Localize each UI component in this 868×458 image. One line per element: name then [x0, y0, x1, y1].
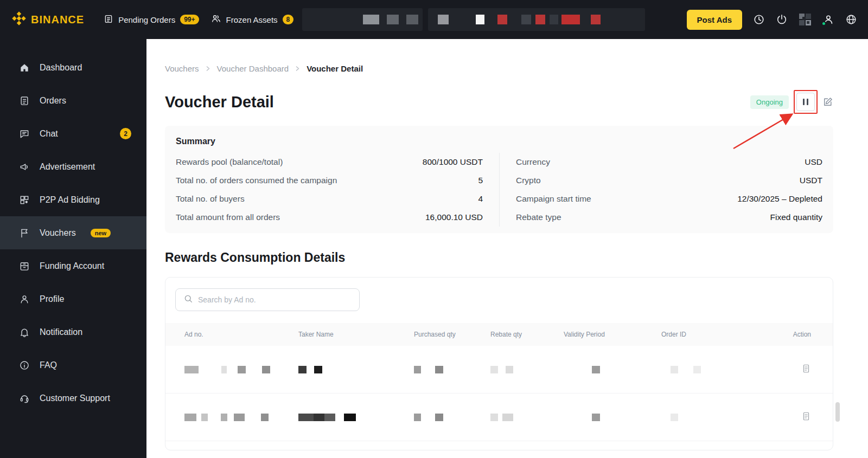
pause-campaign-button[interactable] — [796, 93, 815, 111]
edit-pencil-icon — [822, 96, 833, 107]
sidebar-item-label: Orders — [40, 96, 66, 106]
pending-orders-label: Pending Orders — [118, 15, 175, 24]
sidebar-item-profile[interactable]: Profile — [0, 282, 146, 315]
sidebar-item-p2p-ad-bidding[interactable]: P2P Ad Bidding — [0, 183, 146, 216]
summary-label: Campaign start time — [516, 194, 591, 204]
sidebar-item-faq[interactable]: FAQ — [0, 349, 146, 382]
table-row — [165, 394, 833, 441]
sidebar-item-label: Profile — [40, 294, 64, 304]
col-header-validity-period: Validity Period — [564, 331, 661, 338]
vouchers-new-badge: new — [91, 229, 111, 237]
pending-orders-badge: 99+ — [180, 15, 199, 24]
frozen-assets-badge: 8 — [283, 15, 294, 24]
sidebar-item-dashboard[interactable]: Dashboard — [0, 51, 146, 84]
cell-ad-no-redacted — [184, 366, 298, 373]
ad-search-box[interactable] — [175, 288, 360, 311]
cell-rebate-qty-redacted — [490, 414, 564, 421]
summary-value: 5 — [478, 176, 483, 185]
sidebar-item-customer-support[interactable]: Customer Support — [0, 382, 146, 415]
sidebar-item-label: Customer Support — [40, 394, 110, 403]
chevron-right-icon — [295, 66, 301, 72]
voucher-flag-icon — [18, 228, 30, 238]
table-header-row: Ad no. Taker Name Purchased qty Rebate q… — [165, 323, 833, 346]
rewards-section-title: Rewards Consumption Details — [165, 250, 833, 265]
sidebar-item-label: Notification — [40, 327, 82, 337]
globe-language-icon[interactable] — [845, 14, 857, 25]
cell-order-id-redacted — [661, 414, 764, 421]
summary-row-orders-consumed: Total no. of orders consumed the campaig… — [176, 171, 483, 190]
cell-ad-no-redacted — [184, 414, 298, 421]
topbar: BINANCE Pending Orders 99+ Frozen Assets… — [0, 0, 868, 39]
summary-value: Fixed quantity — [770, 212, 823, 222]
cell-taker-name-redacted — [298, 366, 414, 373]
sidebar-item-advertisement[interactable]: Advertisement — [0, 150, 146, 183]
order-detail-icon[interactable] — [801, 364, 811, 376]
col-header-rebate-qty: Rebate qty — [490, 331, 564, 338]
power-logout-icon[interactable] — [776, 14, 788, 25]
summary-row-rewards-pool: Rewards pool (balance/total) 800/1000 US… — [176, 153, 483, 171]
megaphone-icon — [18, 162, 30, 172]
sidebar-item-chat[interactable]: Chat 2 — [0, 117, 146, 150]
sidebar-item-label: P2P Ad Bidding — [40, 195, 100, 205]
search-input[interactable] — [198, 295, 352, 304]
profile-status-icon[interactable] — [822, 14, 834, 25]
sidebar-item-vouchers[interactable]: Vouchers new — [0, 216, 146, 249]
person-icon — [18, 294, 30, 305]
headset-icon — [18, 393, 30, 404]
summary-title: Summary — [176, 137, 822, 146]
summary-label: Currency — [516, 157, 550, 167]
col-header-purchased-qty: Purchased qty — [414, 331, 490, 338]
home-icon — [18, 62, 30, 73]
brand-name: BINANCE — [31, 14, 84, 26]
sidebar-item-label: Advertisement — [40, 162, 95, 172]
sidebar-item-orders[interactable]: Orders — [0, 84, 146, 117]
binance-logo[interactable]: BINANCE — [12, 11, 84, 28]
summary-value: 16,000.10 USD — [425, 212, 483, 222]
orders-icon — [18, 95, 30, 106]
redacted-avatar-icon[interactable] — [799, 13, 812, 26]
pending-orders-nav[interactable]: Pending Orders 99+ — [104, 14, 199, 25]
scrollbar-thumb[interactable] — [835, 402, 840, 422]
funding-safe-icon — [18, 261, 30, 272]
summary-card: Summary Rewards pool (balance/total) 800… — [165, 126, 833, 233]
sidebar-item-notification[interactable]: Notification — [0, 315, 146, 349]
sidebar: Dashboard Orders Chat 2 Advertisement P2… — [0, 39, 146, 458]
order-detail-icon[interactable] — [801, 411, 811, 423]
redacted-topbar-area-2 — [428, 8, 645, 31]
summary-value: 800/1000 USDT — [423, 157, 483, 167]
frozen-assets-icon — [211, 14, 221, 25]
col-header-order-id: Order ID — [661, 331, 764, 338]
breadcrumb-voucher-detail: Voucher Detail — [307, 64, 363, 73]
page-title: Voucher Detail — [165, 93, 274, 111]
frozen-assets-nav[interactable]: Frozen Assets 8 — [211, 14, 294, 25]
sidebar-item-label: Funding Account — [40, 261, 104, 271]
history-clock-icon[interactable] — [753, 14, 765, 25]
summary-row-total-buyers: Total no. of buyers 4 — [176, 190, 483, 208]
summary-row-campaign-start: Campaign start time 12/30/2025 – Deplete… — [516, 190, 822, 208]
sidebar-item-label: Chat — [40, 129, 58, 139]
cell-order-id-redacted — [661, 366, 764, 373]
col-header-taker-name: Taker Name — [298, 331, 414, 338]
summary-label: Total no. of buyers — [176, 194, 245, 204]
breadcrumb-voucher-dashboard[interactable]: Voucher Dashboard — [217, 64, 289, 73]
cell-validity-redacted — [564, 366, 661, 373]
breadcrumb-vouchers[interactable]: Vouchers — [165, 64, 199, 73]
summary-label: Rebate type — [516, 212, 561, 222]
post-ads-button[interactable]: Post Ads — [687, 10, 742, 30]
summary-row-currency: Currency USD — [516, 153, 822, 171]
search-icon — [183, 294, 193, 306]
online-status-dot — [821, 21, 826, 26]
cell-taker-name-redacted — [298, 414, 414, 421]
summary-label: Total no. of orders consumed the campaig… — [176, 176, 337, 185]
sidebar-item-funding-account[interactable]: Funding Account — [0, 249, 146, 282]
cell-purchased-qty-redacted — [414, 414, 490, 421]
summary-value: USD — [805, 157, 822, 167]
bidding-grid-icon — [18, 195, 30, 205]
table-row — [165, 346, 833, 394]
faq-info-icon — [18, 360, 30, 371]
edit-campaign-button[interactable] — [822, 96, 833, 107]
summary-row-total-amount: Total amount from all orders 16,000.10 U… — [176, 208, 483, 227]
chat-icon — [18, 128, 30, 139]
chevron-right-icon — [205, 66, 211, 72]
sidebar-item-label: Dashboard — [40, 63, 82, 73]
